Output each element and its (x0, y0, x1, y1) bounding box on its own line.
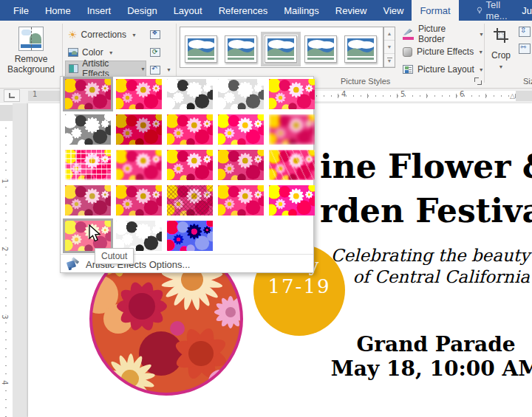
effect-tile-blur[interactable] (269, 114, 315, 145)
effect-tile-pencil-grayscale[interactable] (167, 79, 213, 109)
effect-tile-plastic-wrap[interactable] (269, 185, 315, 216)
event-line-1[interactable]: Grand Parade (329, 332, 532, 356)
picture-layout-label: Picture Layout (417, 64, 474, 75)
title-line-2[interactable]: rden Festival (320, 189, 532, 233)
size-group-label: Size (523, 77, 532, 86)
document-title[interactable]: ine Flower & rden Festival (320, 145, 532, 233)
compress-pictures-button[interactable]: ✥ (146, 27, 164, 43)
chevron-down-icon: ▼ (109, 50, 114, 55)
effect-tile-none[interactable] (65, 79, 111, 109)
tab-selector-button[interactable] (4, 89, 20, 102)
effect-tile-line-drawing[interactable] (269, 79, 315, 109)
effect-tile-pastels-smooth[interactable] (218, 185, 264, 216)
effect-tile-paint-strokes[interactable] (116, 114, 162, 145)
artistic-effects-button[interactable]: Artistic Effects ▼ (65, 61, 146, 77)
h-ruler-number-1: 1 (33, 90, 37, 98)
effect-tile-glow-diffused[interactable] (218, 114, 264, 145)
effect-tile-texturizer[interactable] (116, 185, 162, 216)
picture-style-frame-style-4[interactable] (304, 35, 337, 63)
ribbon-tab-file[interactable]: File (5, 0, 37, 21)
chevron-down-icon: ▼ (479, 32, 484, 37)
picture-border-label: Picture Border (418, 24, 474, 44)
picture-styles-group-label: Picture Styles (341, 77, 390, 86)
ribbon-tab-references[interactable]: References (211, 0, 276, 21)
picture-styles-gallery-scrollbar: ▲ ▼ ▼ (383, 27, 395, 68)
document-subtitle[interactable]: Celebrating the beauty of Central Califo… (331, 245, 530, 288)
picture-style-frame-style-3-selected[interactable] (265, 35, 297, 63)
ribbon-tab-review[interactable]: Review (327, 0, 375, 21)
effect-tile-glass[interactable] (269, 150, 315, 180)
ribbon-tab-insert[interactable]: Insert (79, 0, 120, 21)
change-picture-button[interactable]: ⟳ (146, 44, 164, 61)
remove-background-button[interactable]: Remove Background (1, 21, 61, 86)
effect-tile-crisscross-etching[interactable] (167, 185, 213, 216)
picture-styles-gallery (180, 27, 383, 68)
ribbon-tab-design[interactable]: Design (119, 0, 165, 21)
picture-border-icon (403, 29, 414, 40)
color-icon (68, 48, 78, 57)
subtitle-line-2[interactable]: of Central California (331, 266, 530, 288)
v-ruler-number-1: 1 (1, 179, 9, 183)
picture-styles-dialog-launcher[interactable] (474, 77, 482, 86)
vertical-ruler: 1234 (0, 103, 13, 417)
corrections-button[interactable]: ☀ Corrections ▼ (65, 27, 148, 43)
picture-border-button[interactable]: Picture Border ▼ (403, 27, 484, 41)
v-ruler-number-4: 4 (1, 380, 9, 385)
corrections-label: Corrections (81, 30, 126, 40)
picture-style-frame-style-2[interactable] (225, 35, 257, 63)
ribbon-tab-home[interactable]: Home (37, 0, 79, 21)
chevron-down-icon: ▼ (132, 32, 137, 38)
badge-dates: 17-19 (253, 275, 345, 297)
chevron-down-icon: ▼ (499, 64, 504, 69)
reset-picture-icon: ↶ (150, 66, 160, 75)
gallery-scroll-down-button[interactable]: ▼ (384, 41, 395, 54)
account-user-label[interactable]: Ju (519, 0, 532, 21)
picture-effects-button[interactable]: Picture Effects ▼ (403, 44, 484, 59)
artistic-effects-options-icon (67, 258, 79, 270)
gallery-more-button[interactable]: ▼ (384, 54, 395, 67)
effect-tile-marker[interactable] (116, 79, 162, 109)
size-controls[interactable] (519, 27, 532, 61)
effect-tile-film-grain[interactable] (167, 150, 213, 180)
document-event-text[interactable]: Grand Parade May 18, 10:00 AM (329, 332, 532, 381)
effect-tile-cement[interactable] (65, 185, 111, 216)
picture-layout-button[interactable]: Picture Layout ▼ (403, 62, 484, 77)
effect-tile-watercolor-sponge[interactable] (116, 150, 162, 180)
group-separator (176, 24, 177, 83)
artistic-effects-icon (69, 64, 78, 73)
ruler-right-margin (516, 91, 532, 101)
h-ruler-number-5: 5 (400, 90, 405, 98)
shape-width-icon (519, 44, 531, 54)
effect-tile-mosaic-bubbles[interactable] (218, 150, 264, 180)
shape-height-icon (519, 27, 531, 37)
ribbon-tab-mailings[interactable]: Mailings (276, 0, 327, 21)
picture-layout-icon (403, 65, 413, 74)
h-ruler-number-4: 4 (341, 90, 346, 98)
ribbon-tab-format[interactable]: Format (412, 0, 458, 21)
crop-button[interactable]: Crop ▼ (485, 25, 517, 81)
chevron-down-icon: ▼ (140, 66, 146, 72)
event-line-2[interactable]: May 18, 10:00 AM (329, 356, 532, 381)
ribbon-tab-view[interactable]: View (375, 0, 412, 21)
effect-tile-paint-brush[interactable] (167, 114, 213, 145)
group-separator (62, 24, 63, 83)
effect-tile-chalk-sketch[interactable] (65, 114, 111, 145)
chevron-down-icon: ▼ (166, 67, 171, 72)
v-ruler-number-2: 2 (1, 247, 9, 251)
picture-style-frame-style-1[interactable] (185, 35, 217, 63)
right-indent-marker[interactable]: △ (510, 92, 515, 100)
gallery-scroll-up-button[interactable]: ▲ (384, 27, 395, 41)
lightbulb-icon (477, 5, 482, 15)
subtitle-line-1[interactable]: Celebrating the beauty (331, 245, 530, 266)
chevron-down-icon: ▼ (479, 67, 484, 72)
effect-tile-glow-edges[interactable] (167, 221, 213, 251)
ribbon-tab-layout[interactable]: Layout (166, 0, 211, 21)
effect-tile-light-screen[interactable] (65, 150, 111, 180)
effect-tile-pencil-sketch[interactable] (218, 79, 264, 109)
crop-icon (493, 27, 509, 44)
remove-background-label: Remove Background (1, 54, 61, 75)
tell-me-box[interactable]: Tell me... (469, 0, 519, 21)
effect-tile-photocopy[interactable] (116, 221, 162, 251)
picture-style-frame-style-5[interactable] (344, 35, 377, 63)
title-line-1[interactable]: ine Flower & (320, 145, 532, 189)
